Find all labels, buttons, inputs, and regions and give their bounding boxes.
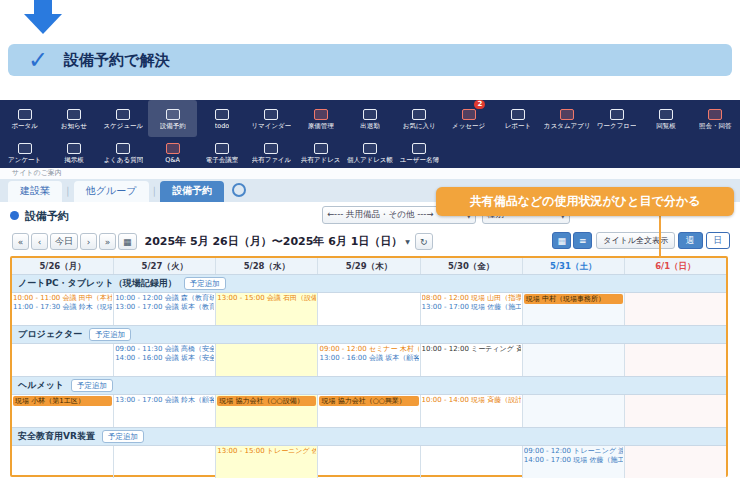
day-header[interactable]: 5/26（月） bbox=[12, 258, 114, 274]
schedule-entry[interactable]: 08:00 - 12:00 現場 山田（指導） bbox=[422, 294, 521, 303]
schedule-entry[interactable]: 10:00 - 14:00 現場 斉藤（設計部） bbox=[422, 396, 521, 405]
schedule-entry[interactable]: 13:00 - 16:00 会議 坂本（顧客対応… bbox=[319, 354, 418, 363]
calendar-cell[interactable]: 現場 協力会社（○○興業） bbox=[318, 395, 420, 427]
nav-item-bulletin-board[interactable]: 掲示板 bbox=[49, 137, 98, 168]
schedule-entry[interactable]: 13:00 - 17:00 現場 佐藤（施工管理… bbox=[422, 303, 521, 312]
refresh-button[interactable]: ↻ bbox=[415, 233, 433, 250]
calendar-cell[interactable] bbox=[318, 446, 420, 478]
calendar-cell[interactable]: 13:00 - 15:00 トレーニング 佐藤（… bbox=[216, 446, 318, 478]
schedule-entry[interactable]: 現場 小林（第1工区） bbox=[13, 396, 112, 406]
add-schedule-button[interactable]: 予定追加 bbox=[184, 277, 226, 290]
schedule-entry[interactable]: 13:00 - 17:00 会議 鈴木（顧客対応… bbox=[115, 396, 214, 405]
calendar-cell[interactable]: 現場 小林（第1工区） bbox=[12, 395, 114, 427]
nav-item-portal[interactable]: ポータル bbox=[0, 100, 49, 137]
nav-item-attendance[interactable]: 出退勤 bbox=[345, 100, 394, 137]
schedule-entry[interactable]: 14:00 - 16:00 会議 坂本（安全管理… bbox=[115, 354, 214, 363]
nav-item-custom-app[interactable]: カスタムアプリ bbox=[543, 100, 592, 137]
nav-item-workflow[interactable]: ワークフロー bbox=[592, 100, 641, 137]
calendar-cell[interactable]: 10:00 - 14:00 現場 斉藤（設計部） bbox=[421, 395, 523, 427]
calendar-cell[interactable] bbox=[12, 446, 114, 478]
calendar-cell[interactable] bbox=[421, 446, 523, 478]
add-schedule-button[interactable]: 予定追加 bbox=[89, 328, 131, 341]
title-full-display-button[interactable]: タイトル全文表示 bbox=[596, 232, 675, 249]
calendar-picker-button[interactable]: ▦ bbox=[118, 233, 137, 250]
nav-item-reminder[interactable]: リマインダー bbox=[247, 100, 296, 137]
day-header[interactable]: 5/29（木） bbox=[318, 258, 420, 274]
calendar-cell[interactable]: 09:00 - 12:00 セミナー 木村（本社…13:00 - 16:00 会… bbox=[318, 344, 420, 376]
schedule-entry[interactable]: 11:00 - 17:30 会議 鈴木（現場… bbox=[13, 303, 112, 312]
schedule-entry[interactable]: 10:00 - 12:00 ミーティング 斉藤（… bbox=[422, 345, 521, 354]
group-tab[interactable]: 建設業 bbox=[8, 181, 62, 202]
schedule-entry[interactable]: 現場 協力会社（○○設備） bbox=[217, 396, 316, 406]
nav-item-facility-reservation[interactable]: 設備予約 bbox=[148, 100, 197, 137]
week-view-button[interactable]: 週 bbox=[678, 232, 703, 249]
grid-view-button[interactable]: ▦ bbox=[552, 232, 571, 249]
add-schedule-button[interactable]: 予定追加 bbox=[102, 430, 144, 443]
day-header[interactable]: 5/30（金） bbox=[421, 258, 523, 274]
calendar-cell[interactable]: 10:00 - 11:00 会議 田中（本社）11:00 - 17:30 会議 … bbox=[12, 293, 114, 325]
nav-item-cost-management[interactable]: 原価管理 bbox=[296, 100, 345, 137]
calendar-cell[interactable] bbox=[318, 293, 420, 325]
schedule-entry[interactable]: 10:00 - 12:00 会議 森（教育研修部） bbox=[115, 294, 214, 303]
nav-item-inquiry-answer[interactable]: 照会・回答 bbox=[691, 100, 740, 137]
schedule-entry[interactable]: 現場 協力会社（○○興業） bbox=[319, 396, 418, 406]
prev-year-button[interactable]: « bbox=[12, 233, 29, 250]
calendar-cell[interactable]: 13:00 - 15:00 会議 石田（設備工事… bbox=[216, 293, 318, 325]
add-schedule-button[interactable]: 予定追加 bbox=[71, 379, 113, 392]
nav-item-todo[interactable]: todo bbox=[197, 100, 246, 137]
nav-item-schedule[interactable]: スケジュール bbox=[99, 100, 148, 137]
nav-item-announcement[interactable]: お知らせ bbox=[49, 100, 98, 137]
calendar-cell[interactable] bbox=[523, 395, 625, 427]
nav-item-message[interactable]: 2メッセージ bbox=[444, 100, 493, 137]
nav-item-shared-file[interactable]: 共有ファイル bbox=[247, 137, 296, 168]
calendar-cell[interactable]: 現場 中村（現場事務所） bbox=[523, 293, 625, 325]
nav-item-user-list[interactable]: ユーザー名簿 bbox=[395, 137, 444, 168]
list-view-button[interactable]: ≡ bbox=[573, 232, 592, 249]
calendar-cell[interactable]: 10:00 - 12:00 ミーティング 斉藤（… bbox=[421, 344, 523, 376]
next-week-button[interactable]: › bbox=[80, 233, 97, 250]
today-button[interactable]: 今日 bbox=[50, 233, 78, 250]
schedule-entry[interactable]: 13:00 - 15:00 会議 石田（設備工事… bbox=[217, 294, 316, 303]
calendar-cell[interactable]: 08:00 - 12:00 現場 山田（指導）13:00 - 17:00 現場 … bbox=[421, 293, 523, 325]
calendar-cell[interactable]: 10:00 - 12:00 会議 森（教育研修部）13:00 - 17:00 会… bbox=[114, 293, 216, 325]
group-tab[interactable]: 設備予約 bbox=[160, 181, 224, 202]
calendar-cell[interactable] bbox=[523, 344, 625, 376]
calendar-cell[interactable]: 13:00 - 17:00 会議 鈴木（顧客対応… bbox=[114, 395, 216, 427]
calendar-cell[interactable] bbox=[625, 293, 726, 325]
schedule-entry[interactable]: 14:00 - 17:00 現場 佐藤（施工管理… bbox=[524, 456, 623, 465]
schedule-entry[interactable]: 09:00 - 12:00 セミナー 木村（本社… bbox=[319, 345, 418, 354]
calendar-cell[interactable] bbox=[12, 344, 114, 376]
schedule-entry[interactable]: 09:00 - 12:00 トレーニング 渡辺（… bbox=[524, 447, 623, 456]
nav-item-circular-board[interactable]: 回覧板 bbox=[641, 100, 690, 137]
nav-item-personal-address[interactable]: 個人アドレス帳 bbox=[345, 137, 394, 168]
nav-item-survey[interactable]: アンケート bbox=[0, 137, 49, 168]
nav-item-qa[interactable]: Q&A bbox=[148, 137, 197, 168]
calendar-cell[interactable]: 現場 協力会社（○○設備） bbox=[216, 395, 318, 427]
calendar-cell[interactable]: 09:00 - 12:00 トレーニング 渡辺（…14:00 - 17:00 現… bbox=[523, 446, 625, 478]
calendar-cell[interactable] bbox=[625, 446, 726, 478]
group-tab[interactable]: 他グループ bbox=[74, 181, 149, 202]
schedule-entry[interactable]: 09:00 - 11:30 会議 高橋（安全管理… bbox=[115, 345, 214, 354]
calendar-cell[interactable]: 09:00 - 11:30 会議 高橋（安全管理…14:00 - 16:00 会… bbox=[114, 344, 216, 376]
calendar-cell[interactable] bbox=[625, 344, 726, 376]
settings-gear-icon[interactable] bbox=[232, 183, 246, 197]
calendar-cell[interactable] bbox=[625, 395, 726, 427]
schedule-entry[interactable]: 10:00 - 11:00 会議 田中（本社） bbox=[13, 294, 112, 303]
day-header[interactable]: 5/31（土） bbox=[523, 258, 625, 274]
day-header[interactable]: 6/1（日） bbox=[625, 258, 726, 274]
schedule-entry[interactable]: 現場 中村（現場事務所） bbox=[524, 294, 623, 304]
date-range-label[interactable]: 2025年 5月 26日（月）〜2025年 6月 1日（日） bbox=[145, 234, 403, 249]
schedule-entry[interactable]: 13:00 - 15:00 トレーニング 佐藤（… bbox=[217, 447, 316, 456]
nav-item-e-conference[interactable]: 電子会議室 bbox=[197, 137, 246, 168]
next-year-button[interactable]: » bbox=[99, 233, 116, 250]
calendar-cell[interactable] bbox=[114, 446, 216, 478]
nav-item-favorites[interactable]: お気に入り bbox=[395, 100, 444, 137]
nav-item-faq[interactable]: よくある質問 bbox=[99, 137, 148, 168]
calendar-cell[interactable] bbox=[216, 344, 318, 376]
nav-item-report[interactable]: レポート bbox=[493, 100, 542, 137]
day-view-button[interactable]: 日 bbox=[706, 232, 731, 249]
prev-week-button[interactable]: ‹ bbox=[31, 233, 48, 250]
nav-item-shared-address[interactable]: 共有アドレス bbox=[296, 137, 345, 168]
day-header[interactable]: 5/27（火） bbox=[114, 258, 216, 274]
schedule-entry[interactable]: 13:00 - 17:00 会議 坂本（教育研… bbox=[115, 303, 214, 312]
